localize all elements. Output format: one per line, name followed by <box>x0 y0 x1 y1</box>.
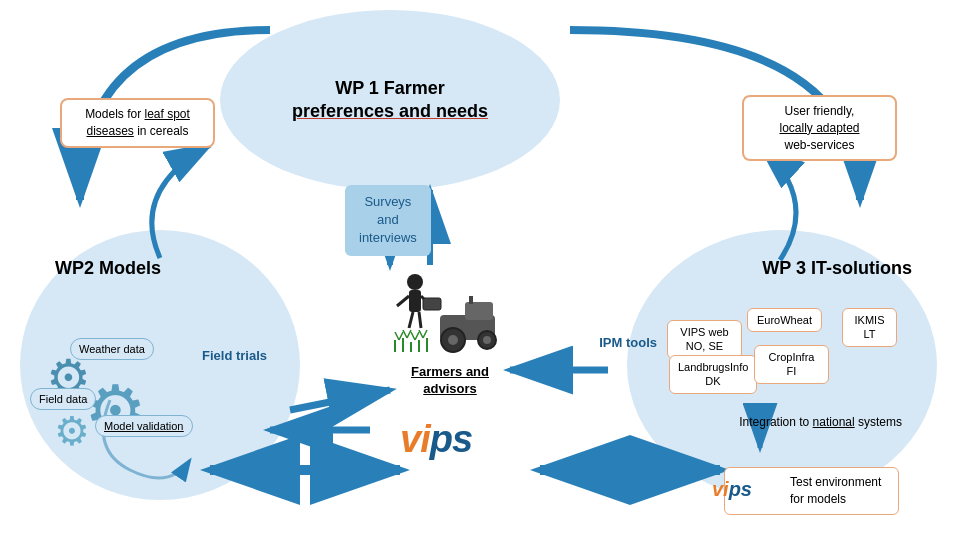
weather-data-label: Weather data <box>70 338 154 360</box>
ikmis-box: IKMIS LT <box>842 308 897 347</box>
field-data-label: Field data <box>30 388 96 410</box>
svg-text:⚙: ⚙ <box>54 409 90 453</box>
cropinfra-box: CropInfra FI <box>754 345 829 384</box>
user-friendly-box: User friendly, locally adapted web-servi… <box>742 95 897 161</box>
field-trials-arrow-label: Field trials <box>202 348 267 363</box>
svg-point-17 <box>448 335 458 345</box>
wp1-ellipse: WP 1 Farmer preferences and needs <box>220 10 560 190</box>
integration-text: Integration to national systems <box>739 415 902 429</box>
wp2-label: WP2 Models <box>55 258 161 279</box>
svg-line-12 <box>419 312 421 328</box>
diagram-container: WP 1 Farmer preferences and needs WP2 Mo… <box>0 0 957 543</box>
vips-logo-test: vips <box>712 478 752 501</box>
svg-line-29 <box>407 330 411 338</box>
wp1-label: WP 1 Farmer preferences and needs <box>292 77 488 124</box>
svg-line-11 <box>409 312 413 328</box>
svg-line-9 <box>397 296 409 306</box>
farmer-figure: Farmers and advisors <box>385 270 515 398</box>
landbrugs-box: LandbrugsInfo DK <box>669 355 757 394</box>
eurowheat-box: EuroWheat <box>747 308 822 332</box>
svg-line-26 <box>395 332 399 340</box>
vips-web-box: VIPS web NO, SE <box>667 320 742 359</box>
model-validation-label: Model validation <box>95 415 193 437</box>
svg-point-7 <box>407 274 423 290</box>
ipm-tools-arrow-label: IPM tools <box>599 335 657 350</box>
svg-rect-15 <box>465 302 493 320</box>
svg-line-31 <box>415 332 419 340</box>
svg-rect-20 <box>469 296 473 304</box>
farmer-label: Farmers and advisors <box>385 364 515 398</box>
svg-point-19 <box>483 336 491 344</box>
svg-line-33 <box>423 330 427 338</box>
svg-text:⚙: ⚙ <box>84 372 147 450</box>
vips-center-logo: vips <box>400 418 472 461</box>
wp3-label: WP 3 IT-solutions <box>762 258 912 279</box>
farmer-icon <box>385 270 515 360</box>
svg-line-28 <box>403 330 407 338</box>
svg-line-32 <box>419 330 423 338</box>
svg-line-30 <box>411 332 415 340</box>
svg-rect-8 <box>409 290 421 312</box>
svg-rect-13 <box>423 298 441 310</box>
leaf-diseases-box: Models for leaf spotdiseases in cereals <box>60 98 215 148</box>
surveys-box: Surveys and interviews <box>345 185 431 256</box>
